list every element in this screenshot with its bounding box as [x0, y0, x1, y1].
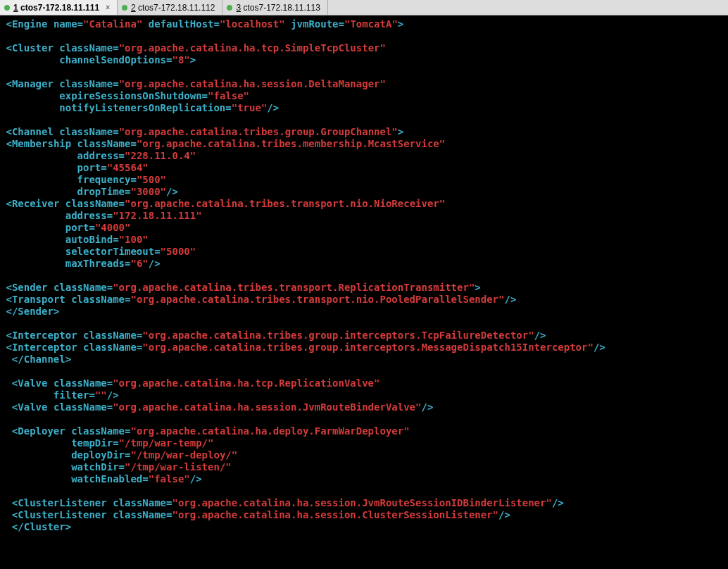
tab-label: ctos7-172.18.11.111	[20, 3, 99, 13]
tab-bar: 1 ctos7-172.18.11.111 × 2 ctos7-172.18.1…	[0, 0, 728, 15]
tab-label: ctos7-172.18.11.113	[243, 3, 320, 13]
code-editor[interactable]: <Engine name="Catalina" defaultHost="loc…	[0, 15, 728, 533]
close-icon[interactable]: ×	[106, 4, 110, 11]
tab-number: 3	[236, 3, 241, 13]
status-dot-icon	[4, 5, 10, 11]
tab-label: ctos7-172.18.11.112	[138, 3, 215, 13]
tab-1[interactable]: 1 ctos7-172.18.11.111 ×	[0, 0, 118, 15]
tab-number: 1	[13, 3, 18, 13]
tab-number: 2	[131, 3, 136, 13]
status-dot-icon	[227, 5, 232, 11]
tab-3[interactable]: 3 ctos7-172.18.11.113	[222, 0, 327, 15]
status-dot-icon	[122, 5, 127, 11]
tab-2[interactable]: 2 ctos7-172.18.11.112	[118, 0, 222, 15]
